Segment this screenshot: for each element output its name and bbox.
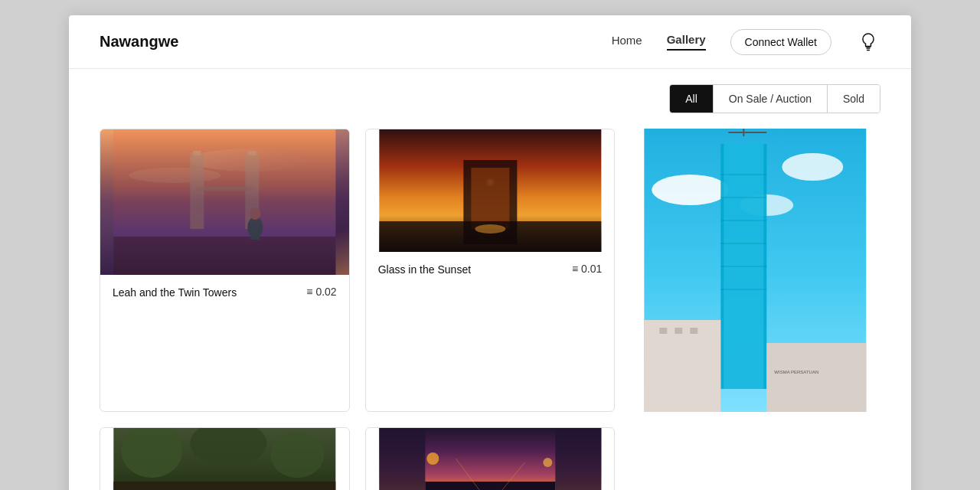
svg-rect-4	[245, 152, 259, 229]
svg-rect-7	[197, 187, 252, 191]
svg-rect-11	[250, 224, 260, 240]
connect-wallet-button[interactable]: Connect Wallet	[730, 29, 831, 55]
svg-rect-44	[379, 428, 425, 490]
nav: Home Gallery Connect Wallet	[612, 29, 880, 55]
nav-gallery[interactable]: Gallery	[667, 33, 706, 51]
svg-rect-15	[471, 168, 509, 229]
card-leah[interactable]: Leah and the Twin Towers ≡ 0.02	[100, 129, 350, 412]
nav-home[interactable]: Home	[612, 34, 642, 50]
filter-bar: All On Sale / Auction Sold	[69, 69, 911, 121]
svg-point-2	[129, 168, 220, 183]
svg-rect-42	[113, 482, 335, 490]
card-alley[interactable]	[365, 427, 616, 490]
svg-point-9	[247, 217, 263, 238]
card-image-alley	[366, 428, 615, 490]
svg-rect-3	[190, 152, 204, 229]
svg-point-10	[250, 207, 260, 220]
gallery: Leah and the Twin Towers ≡ 0.02	[69, 121, 911, 490]
card-glass[interactable]: Glass in the Sunset ≡ 0.01	[365, 129, 616, 412]
svg-rect-0	[113, 129, 335, 275]
svg-rect-8	[113, 237, 335, 275]
logo: Nawangwe	[100, 33, 178, 51]
svg-point-20	[782, 153, 844, 181]
svg-rect-35	[675, 328, 683, 334]
svg-rect-33	[767, 343, 867, 412]
filter-on-sale[interactable]: On Sale / Auction	[714, 85, 828, 113]
svg-point-1	[190, 149, 312, 172]
card-image-tower: WISMA PERSATUAN	[630, 129, 880, 412]
svg-point-19	[652, 175, 729, 205]
filter-sold[interactable]: Sold	[828, 85, 880, 113]
svg-point-41	[270, 432, 324, 478]
svg-text:WISMA PERSATUAN: WISMA PERSATUAN	[775, 370, 819, 374]
svg-rect-45	[555, 428, 601, 490]
card-tower[interactable]: WISMA PERSATUAN	[630, 129, 880, 412]
svg-rect-6	[248, 151, 256, 155]
card-price-glass: ≡ 0.01	[572, 263, 602, 275]
svg-point-17	[475, 224, 505, 234]
card-image-leah	[100, 129, 349, 275]
card-info-glass: Glass in the Sunset ≡ 0.01	[366, 252, 615, 289]
filter-all[interactable]: All	[670, 85, 714, 113]
card-price-leah: ≡ 0.02	[306, 286, 336, 298]
card-street[interactable]	[100, 427, 350, 490]
svg-rect-48	[425, 482, 555, 490]
svg-point-46	[426, 452, 439, 465]
lightbulb-icon[interactable]	[856, 30, 880, 54]
filter-group: All On Sale / Auction Sold	[669, 84, 880, 113]
svg-rect-34	[660, 328, 668, 334]
card-title-glass: Glass in the Sunset	[378, 263, 566, 278]
svg-point-47	[543, 458, 552, 467]
card-image-glass	[366, 129, 615, 252]
card-title-leah: Leah and the Twin Towers	[113, 286, 300, 301]
card-info-leah: Leah and the Twin Towers ≡ 0.02	[100, 275, 349, 312]
header: Nawangwe Home Gallery Connect Wallet	[69, 15, 911, 69]
svg-rect-36	[691, 328, 698, 334]
card-image-street	[100, 428, 349, 490]
svg-rect-5	[193, 151, 201, 155]
app-window: Nawangwe Home Gallery Connect Wallet All…	[69, 15, 911, 490]
